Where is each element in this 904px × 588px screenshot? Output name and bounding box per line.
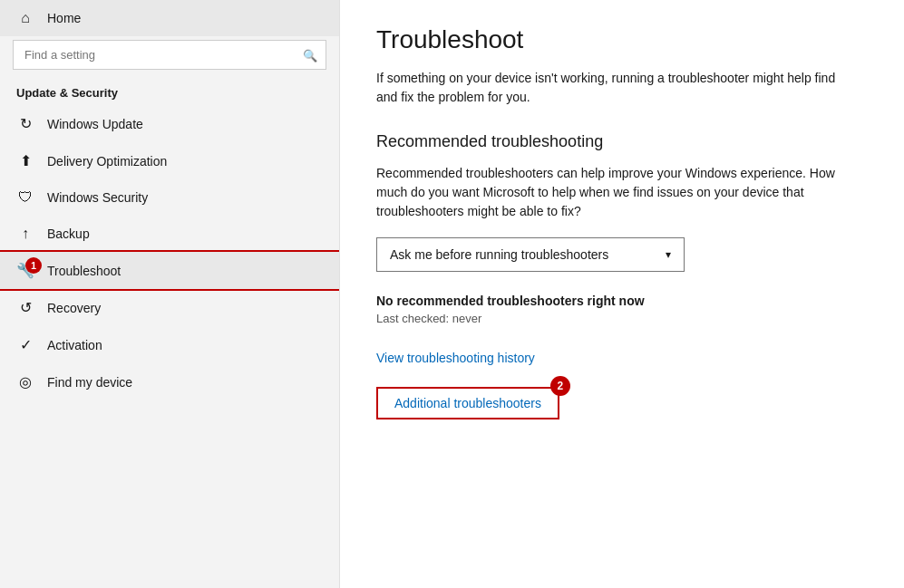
- backup-icon: ↑: [16, 226, 34, 242]
- home-icon: ⌂: [16, 10, 34, 26]
- search-input[interactable]: [13, 40, 326, 70]
- page-title: Troubleshoot: [376, 25, 868, 54]
- intro-text: If something on your device isn't workin…: [376, 69, 848, 107]
- windows-update-icon: ↻: [16, 115, 34, 132]
- sidebar-item-troubleshoot[interactable]: 1 🔧 Troubleshoot: [0, 252, 339, 289]
- sidebar-item-windows-security[interactable]: 🛡 Windows Security: [0, 179, 339, 216]
- sidebar-item-activation[interactable]: ✓ Activation: [0, 326, 339, 363]
- troubleshooter-dropdown[interactable]: Ask me before running troubleshooters ▾: [376, 237, 685, 272]
- activation-icon: ✓: [16, 336, 34, 353]
- badge-1: 1: [25, 257, 42, 274]
- sidebar-item-label: Delivery Optimization: [47, 154, 167, 169]
- sidebar-item-recovery[interactable]: ↺ Recovery: [0, 289, 339, 326]
- sidebar-item-backup[interactable]: ↑ Backup: [0, 216, 339, 252]
- sidebar-item-label: Windows Update: [47, 117, 143, 131]
- sidebar-search-container: 🔍: [13, 40, 326, 70]
- search-icon: 🔍: [303, 48, 317, 62]
- recommended-description: Recommended troubleshooters can help imp…: [376, 164, 848, 221]
- sidebar-item-label: Windows Security: [47, 190, 148, 205]
- chevron-down-icon: ▾: [666, 248, 671, 261]
- additional-troubleshooters-link[interactable]: Additional troubleshooters: [394, 396, 541, 410]
- troubleshooter-dropdown-container: Ask me before running troubleshooters ▾: [376, 237, 868, 272]
- last-checked-text: Last checked: never: [376, 312, 868, 325]
- sidebar-item-home[interactable]: ⌂ Home: [0, 0, 339, 36]
- no-troubleshooters-status: No recommended troubleshooters right now: [376, 294, 868, 308]
- sidebar: ⌂ Home 🔍 Update & Security ↻ Windows Upd…: [0, 0, 340, 588]
- find-device-icon: ◎: [16, 373, 34, 390]
- sidebar-item-label: Recovery: [47, 301, 101, 315]
- sidebar-item-delivery-optimization[interactable]: ⬆ Delivery Optimization: [0, 142, 339, 179]
- dropdown-value: Ask me before running troubleshooters: [390, 247, 608, 262]
- sidebar-item-label: Find my device: [47, 375, 132, 390]
- sidebar-item-find-my-device[interactable]: ◎ Find my device: [0, 363, 339, 400]
- main-content: Troubleshoot If something on your device…: [340, 0, 904, 588]
- delivery-optimization-icon: ⬆: [16, 152, 34, 169]
- recommended-section-heading: Recommended troubleshooting: [376, 132, 868, 151]
- sidebar-home-label: Home: [47, 11, 81, 25]
- shield-icon: 🛡: [16, 189, 34, 206]
- sidebar-item-label: Troubleshoot: [47, 264, 121, 278]
- view-history-link[interactable]: View troubleshooting history: [376, 351, 868, 365]
- sidebar-item-label: Activation: [47, 338, 102, 352]
- recovery-icon: ↺: [16, 299, 34, 316]
- badge-2: 2: [550, 376, 570, 396]
- sidebar-item-windows-update[interactable]: ↻ Windows Update: [0, 105, 339, 142]
- additional-troubleshooters-box: Additional troubleshooters: [376, 387, 559, 419]
- additional-troubleshooters-wrapper: 2 Additional troubleshooters: [376, 387, 559, 419]
- sidebar-section-title: Update & Security: [0, 79, 339, 105]
- sidebar-item-label: Backup: [47, 227, 90, 241]
